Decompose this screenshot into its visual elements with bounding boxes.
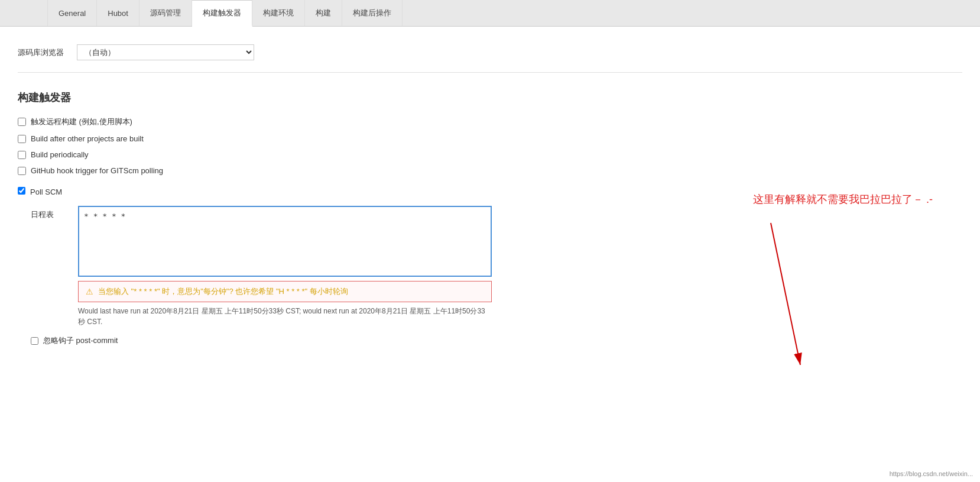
schedule-label: 日程表 [31, 206, 78, 220]
tab-source-mgmt[interactable]: 源码管理 [139, 0, 192, 26]
trigger-option-github-hook: GitHub hook trigger for GITScm polling [18, 166, 962, 175]
trigger-option-after-other: Build after other projects are built [18, 134, 962, 143]
source-browser-label: 源码库浏览器 [18, 47, 77, 58]
after-other-label: Build after other projects are built [31, 134, 144, 143]
watermark: https://blog.csdn.net/weixin... [890, 470, 973, 477]
tab-hubot[interactable]: Hubot [97, 0, 139, 26]
content-area: 源码库浏览器 （自动） 构建触发器 触发远程构建 (例如,使用脚本)Build … [0, 27, 980, 482]
warning-text: 当您输入 "* * * * *" 时，意思为"每分钟"? 也许您希望 "H * … [98, 286, 348, 297]
tab-post-build[interactable]: 构建后操作 [342, 0, 403, 26]
ignore-hook-label: 忽略钩子 post-commit [43, 335, 118, 346]
source-browser-section: 源码库浏览器 （自动） [18, 38, 962, 73]
tab-build-trigger[interactable]: 构建触发器 [192, 0, 252, 27]
tab-build[interactable]: 构建 [305, 0, 342, 26]
tab-bar: GeneralHubot源码管理构建触发器构建环境构建构建后操作 [0, 0, 980, 27]
tab-build-env[interactable]: 构建环境 [252, 0, 305, 26]
trigger-option-periodically: Build periodically [18, 150, 962, 159]
next-run-text: Would last have run at 2020年8月21日 星期五 上午… [78, 306, 492, 327]
poll-scm-label: Poll SCM [30, 187, 62, 196]
warning-icon: ⚠ [86, 287, 93, 296]
periodically-label: Build periodically [31, 150, 89, 159]
warning-box: ⚠ 当您输入 "* * * * *" 时，意思为"每分钟"? 也许您希望 "H … [78, 281, 492, 302]
trigger-options: 触发远程构建 (例如,使用脚本)Build after other projec… [18, 117, 962, 175]
trigger-option-remote-trigger: 触发远程构建 (例如,使用脚本) [18, 117, 962, 127]
periodically-checkbox[interactable] [18, 151, 26, 159]
after-other-checkbox[interactable] [18, 135, 26, 143]
schedule-input-area: * * * * * ⚠ 当您输入 "* * * * *" 时，意思为"每分钟"?… [78, 206, 492, 327]
schedule-section: 日程表 * * * * * ⚠ 当您输入 "* * * * *" 时，意思为"每… [31, 206, 962, 327]
poll-scm-checkbox[interactable] [18, 187, 25, 195]
schedule-textarea[interactable]: * * * * * [78, 206, 492, 277]
ignore-hook-section: 忽略钩子 post-commit [31, 335, 962, 346]
poll-scm-section: Poll SCM [18, 187, 962, 196]
ignore-hook-checkbox[interactable] [31, 337, 38, 345]
github-hook-label: GitHub hook trigger for GITScm polling [31, 166, 163, 175]
remote-trigger-checkbox[interactable] [18, 118, 26, 126]
tab-general[interactable]: General [47, 0, 97, 26]
remote-trigger-label: 触发远程构建 (例如,使用脚本) [31, 117, 132, 127]
section-title: 构建触发器 [18, 90, 962, 105]
github-hook-checkbox[interactable] [18, 167, 26, 175]
source-browser-select[interactable]: （自动） [77, 44, 254, 60]
